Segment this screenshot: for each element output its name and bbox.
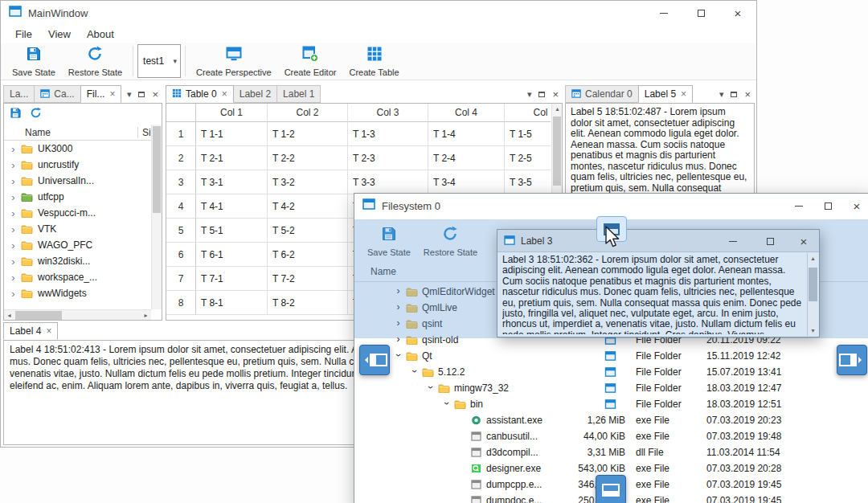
expand-icon[interactable]: › [8,240,18,251]
table-cell[interactable]: T 3-4 [428,170,505,194]
restore-state-button[interactable]: Restore State [62,44,129,79]
tree-item[interactable]: ›mingw73_32File Folder18.03.2019 12:47 [354,380,868,396]
expand-icon[interactable]: › [394,350,403,361]
tree-item[interactable]: ›win32diski... [4,253,151,269]
tree-item[interactable]: ›VTK [4,221,151,237]
tab-label0[interactable]: La... [3,85,35,103]
expand-icon[interactable]: › [8,144,18,154]
expand-icon[interactable]: › [8,288,18,299]
tab-label1[interactable]: Label 1 [276,85,321,103]
table-cell[interactable]: T 2-1 [196,146,268,170]
table-cell[interactable]: T 5-1 [196,219,268,243]
expand-icon[interactable]: › [410,366,420,377]
close-button[interactable]: × [719,1,756,25]
maximize-button[interactable] [813,194,842,218]
menu-file[interactable]: File [7,25,40,43]
row-header[interactable]: 8 [166,291,196,315]
tree-item[interactable]: ›wwWidgets [4,285,151,301]
create-editor-button[interactable]: Create Editor [278,44,343,79]
row-header[interactable]: 6 [166,243,196,267]
tree-item[interactable]: ›uncrustify [4,157,151,173]
tree-item[interactable]: ›Vespucci-m... [4,205,151,221]
tree-item[interactable]: ›QtFile Folder15.11.2019 12:42 [354,348,868,364]
tabs-menu-icon[interactable]: ▾ [127,90,132,99]
close-group-icon[interactable]: × [552,89,559,100]
save-state-button[interactable]: Save State [6,44,62,79]
tab-label2[interactable]: Label 2 [233,85,277,103]
expand-icon[interactable]: › [8,176,18,186]
expand-icon[interactable]: › [8,160,18,170]
tree-item[interactable]: assistant.exe1,26 MiBexe File07.03.2019 … [354,412,868,428]
expand-icon[interactable]: › [442,399,452,409]
tabs-menu-icon[interactable]: ▾ [527,90,532,99]
column-header[interactable]: Col 1 [196,104,268,122]
table-cell[interactable]: T 8-2 [268,291,348,315]
table-cell[interactable]: T 5-2 [268,219,348,243]
table-cell[interactable]: T 3-3 [348,170,428,194]
expand-icon[interactable]: › [8,208,18,219]
detach-group-icon[interactable] [538,92,545,97]
row-header[interactable]: 3 [166,170,196,194]
tab-close-icon[interactable]: × [222,88,227,100]
scroll-up-icon[interactable]: ▴ [808,253,818,264]
tree-item[interactable]: ›5.12.2File Folder15.07.2019 13:41 [354,364,868,380]
table-cell[interactable]: T 3-2 [268,170,348,194]
tab-close-icon[interactable]: × [109,88,115,100]
table-cell[interactable]: T 2-3 [348,146,428,170]
menu-about[interactable]: About [79,25,122,43]
expand-icon[interactable]: › [8,272,18,283]
scroll-left-icon[interactable]: ◂ [4,310,14,321]
tab-calendar0[interactable]: Calendar 0 [565,85,639,103]
row-header[interactable]: 5 [166,219,196,243]
table-cell[interactable]: T 3-5 [505,170,551,194]
create-perspective-button[interactable]: Create Perspective [190,44,278,79]
column-header[interactable]: Col 5 [505,104,551,122]
table-corner[interactable] [166,104,196,122]
expand-icon[interactable]: › [8,224,18,235]
maximize-button[interactable] [682,1,719,25]
row-header[interactable]: 7 [166,267,196,291]
scrollbar-thumb[interactable] [15,311,62,320]
table-cell[interactable]: T 1-5 [505,122,551,146]
main-titlebar[interactable]: MainWindow × [1,1,756,25]
scroll-right-icon[interactable]: ▸ [141,310,151,321]
table-cell[interactable]: T 1-1 [196,122,268,146]
table-cell[interactable]: T 1-4 [428,122,505,146]
column-header-name[interactable]: Name [25,127,51,138]
save-state-icon[interactable] [10,107,22,122]
tree-item[interactable]: ›UK3000 [4,141,151,157]
scrollbar-thumb[interactable] [153,126,161,213]
tree-item[interactable]: canbusutil...44,00 KiBexe File07.03.2019… [354,428,868,444]
minimize-button[interactable] [645,1,682,25]
close-group-icon[interactable]: × [152,89,158,100]
expand-icon[interactable]: › [8,192,18,202]
vertical-scrollbar[interactable] [151,125,162,309]
row-header[interactable]: 1 [166,122,196,146]
detach-group-icon[interactable] [731,92,737,97]
table-cell[interactable]: T 6-1 [196,243,268,267]
table-cell[interactable]: T 1-3 [348,122,428,146]
table-cell[interactable]: T 4-1 [196,194,268,219]
table-cell[interactable]: T 7-1 [196,267,268,291]
close-button[interactable]: × [790,230,817,252]
restore-state-icon[interactable] [30,107,42,122]
table-cell[interactable]: T 4-2 [268,194,348,219]
tab-label4[interactable]: Label 4 × [3,322,58,340]
scroll-down-icon[interactable]: ▾ [808,325,818,336]
tab-label5[interactable]: Label 5 × [638,85,693,103]
dock-indicator-right[interactable] [837,345,867,375]
perspective-combo[interactable]: test1 ▾ [137,44,181,78]
menu-view[interactable]: View [40,25,79,43]
scroll-up-icon[interactable]: ▴ [552,104,563,114]
column-header[interactable]: Col 2 [268,104,348,122]
maximize-button[interactable] [756,230,784,252]
minimize-button[interactable] [719,230,747,252]
scrollbar-thumb[interactable] [809,268,817,301]
dock-indicator-bottom[interactable] [596,475,626,503]
horizontal-scrollbar[interactable]: ◂ ▸ [4,309,151,320]
tabs-menu-icon[interactable]: ▾ [719,90,724,99]
column-header[interactable]: Col 4 [428,104,505,122]
column-header[interactable]: Col 3 [348,104,428,122]
scrollbar-thumb[interactable] [553,117,561,186]
table-cell[interactable]: T 7-2 [268,267,348,291]
